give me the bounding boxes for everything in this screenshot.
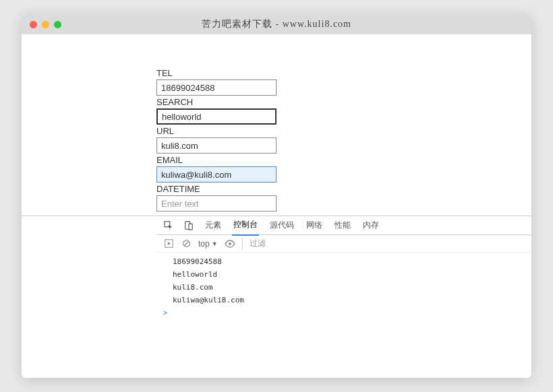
console-line: helloworld [156, 268, 531, 281]
field-datetime: DATETIME [156, 184, 531, 211]
tab-sources[interactable]: 源代码 [268, 216, 295, 235]
field-email: EMAIL [156, 155, 531, 183]
console-output: 18699024588 helloworld kuli8.com kuliwa@… [156, 253, 531, 322]
play-icon[interactable] [163, 238, 174, 249]
svg-point-6 [229, 242, 231, 245]
window-title: 苦力吧素材下载 - www.kuli8.com [22, 18, 531, 30]
devtools-tabs: 元素 控制台 源代码 网络 性能 内存 [156, 216, 531, 235]
close-icon[interactable] [30, 21, 37, 28]
datetime-input[interactable] [156, 195, 276, 211]
tab-network[interactable]: 网络 [305, 216, 324, 235]
titlebar: 苦力吧素材下载 - www.kuli8.com [22, 14, 531, 34]
search-label: SEARCH [156, 97, 531, 107]
field-url: URL [156, 126, 531, 154]
tab-memory[interactable]: 内存 [361, 216, 380, 235]
console-line: kuliwa@kuli8.com [156, 294, 531, 306]
datetime-label: DATETIME [156, 184, 531, 194]
search-input[interactable] [156, 108, 276, 125]
field-search: SEARCH [156, 97, 531, 125]
context-selector[interactable]: top ▼ [198, 239, 218, 249]
url-input[interactable] [156, 137, 276, 154]
chevron-down-icon: ▼ [212, 240, 218, 247]
console-toolbar: top ▼ 过滤 [156, 235, 531, 253]
url-label: URL [156, 126, 531, 136]
tab-console[interactable]: 控制台 [232, 215, 259, 236]
console-prompt[interactable]: > [156, 306, 531, 319]
svg-line-5 [184, 241, 189, 246]
minimize-icon[interactable] [42, 21, 49, 28]
tel-input[interactable] [156, 79, 276, 96]
tel-label: TEL [156, 68, 531, 78]
page-content: TEL SEARCH URL EMAIL DATETIME [22, 34, 531, 378]
console-line: 18699024588 [156, 255, 531, 268]
tab-elements[interactable]: 元素 [204, 216, 223, 235]
devtools-panel: 元素 控制台 源代码 网络 性能 内存 top ▼ [22, 216, 531, 322]
console-line: kuli8.com [156, 281, 531, 294]
inspect-icon[interactable] [163, 220, 174, 231]
email-label: EMAIL [156, 155, 531, 165]
tab-performance[interactable]: 性能 [333, 216, 352, 235]
clear-icon[interactable] [181, 238, 192, 249]
device-icon[interactable] [183, 220, 194, 231]
context-label: top [198, 239, 210, 249]
window-controls [22, 21, 61, 28]
svg-rect-2 [189, 224, 192, 230]
field-tel: TEL [156, 68, 531, 96]
email-input[interactable] [156, 166, 276, 183]
eye-icon[interactable] [225, 238, 235, 249]
app-window: 苦力吧素材下载 - www.kuli8.com TEL SEARCH URL E… [22, 14, 531, 378]
filter-label[interactable]: 过滤 [242, 238, 266, 249]
maximize-icon[interactable] [54, 21, 61, 28]
